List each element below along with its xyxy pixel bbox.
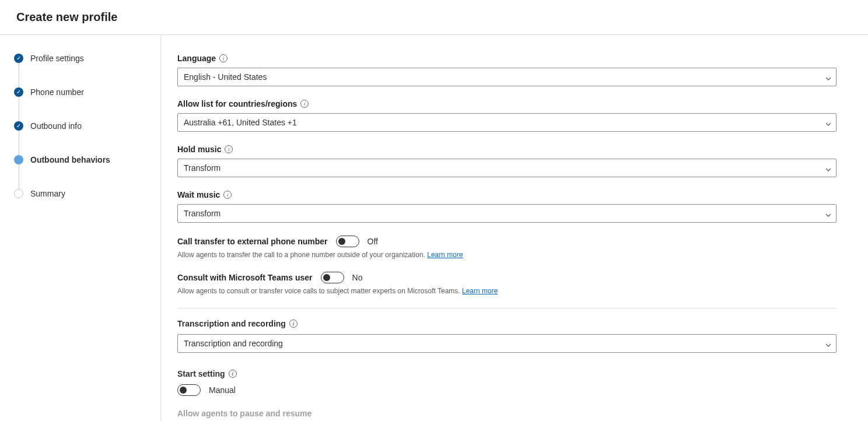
field-label: Language (177, 54, 216, 63)
field-label-row: Language i (177, 54, 836, 63)
field-label: Allow list for countries/regions (177, 99, 297, 108)
field-hold-music: Hold music i Transform (177, 145, 836, 177)
step-label: Profile settings (30, 54, 84, 63)
form-main: Language i English - United States Allow… (161, 35, 868, 421)
field-transcription: Transcription and recording i Transcript… (177, 319, 836, 353)
step-summary[interactable]: Summary (14, 189, 160, 223)
step-connector (19, 164, 19, 189)
hold-music-select[interactable]: Transform (177, 159, 836, 177)
wait-music-select[interactable]: Transform (177, 204, 836, 223)
info-icon[interactable]: i (225, 145, 233, 153)
field-label: Consult with Microsoft Teams user (177, 273, 313, 282)
content-layout: ✓ Profile settings ✓ Phone number ✓ Outb… (0, 35, 868, 421)
toggle-state: No (352, 273, 363, 282)
section-title: Start setting i (177, 369, 836, 378)
step-label: Outbound info (30, 121, 82, 131)
help-text: Allow agents to transfer the call to a p… (177, 251, 836, 259)
field-label: Start setting (177, 369, 225, 378)
step-status-icon: ✓ (14, 121, 23, 131)
transcription-select[interactable]: Transcription and recording (177, 334, 836, 353)
call-transfer-toggle[interactable] (336, 236, 359, 247)
allowlist-select[interactable]: Australia +61, United States +1 (177, 113, 836, 132)
step-phone-number[interactable]: ✓ Phone number (14, 87, 160, 121)
page-header: Create new profile (0, 0, 868, 35)
help-description: Allow agents to consult or transfer voic… (177, 287, 460, 295)
step-profile-settings[interactable]: ✓ Profile settings (14, 54, 160, 87)
select-value: Transform (184, 209, 220, 218)
step-outbound-info[interactable]: ✓ Outbound info (14, 121, 160, 155)
step-outbound-behaviors[interactable]: Outbound behaviors (14, 155, 160, 189)
field-label-row: Hold music i (177, 145, 836, 154)
field-call-transfer: Call transfer to external phone number O… (177, 236, 836, 259)
select-value: Transcription and recording (184, 339, 283, 348)
field-label-row: Allow list for countries/regions i (177, 99, 836, 108)
info-icon[interactable]: i (229, 370, 237, 378)
field-wait-music: Wait music i Transform (177, 190, 836, 223)
wizard-sidebar: ✓ Profile settings ✓ Phone number ✓ Outb… (0, 35, 161, 421)
step-connector (19, 131, 19, 155)
step-label: Summary (30, 189, 65, 198)
section-title: Transcription and recording i (177, 319, 836, 328)
language-select[interactable]: English - United States (177, 68, 836, 86)
field-label-disabled: Allow agents to pause and resume (177, 409, 836, 418)
start-setting-toggle[interactable] (177, 384, 201, 396)
step-status-icon (14, 189, 23, 198)
chevron-down-icon (825, 120, 831, 125)
field-language: Language i English - United States (177, 54, 836, 86)
step-status-icon: ✓ (14, 87, 23, 97)
page-title: Create new profile (16, 10, 852, 24)
info-icon[interactable]: i (300, 100, 309, 108)
chevron-down-icon (825, 165, 831, 171)
toggle-state: Off (368, 237, 378, 246)
chevron-down-icon (825, 74, 831, 80)
toggle-row: Consult with Microsoft Teams user No (177, 272, 836, 283)
step-label: Outbound behaviors (30, 155, 110, 164)
field-allowlist: Allow list for countries/regions i Austr… (177, 99, 836, 132)
learn-more-link[interactable]: Learn more (427, 251, 463, 259)
field-start-setting: Start setting i Manual (177, 369, 836, 396)
select-value: Transform (184, 163, 220, 173)
field-label: Call transfer to external phone number (177, 237, 328, 246)
info-icon[interactable]: i (219, 54, 228, 62)
step-status-icon (14, 155, 23, 164)
toggle-state: Manual (209, 385, 236, 395)
help-description: Allow agents to transfer the call to a p… (177, 251, 425, 259)
select-value: English - United States (184, 72, 267, 82)
step-connector (19, 63, 19, 87)
toggle-row: Call transfer to external phone number O… (177, 236, 836, 247)
consult-teams-toggle[interactable] (321, 272, 344, 283)
toggle-row: Manual (177, 384, 836, 396)
field-label: Wait music (177, 190, 220, 199)
field-consult-teams: Consult with Microsoft Teams user No All… (177, 272, 836, 295)
learn-more-link[interactable]: Learn more (462, 287, 498, 295)
select-value: Australia +61, United States +1 (184, 118, 297, 127)
field-label: Hold music (177, 145, 221, 154)
field-label: Transcription and recording (177, 319, 286, 328)
info-icon[interactable]: i (289, 320, 298, 328)
wizard-steps: ✓ Profile settings ✓ Phone number ✓ Outb… (14, 54, 160, 223)
section-divider (177, 308, 836, 308)
step-label: Phone number (30, 87, 84, 97)
help-text: Allow agents to consult or transfer voic… (177, 287, 836, 295)
field-label-row: Wait music i (177, 190, 836, 199)
chevron-down-icon (825, 341, 831, 346)
chevron-down-icon (825, 210, 831, 216)
step-status-icon: ✓ (14, 54, 23, 63)
step-connector (19, 97, 19, 121)
info-icon[interactable]: i (223, 191, 232, 199)
field-pause-resume: Allow agents to pause and resume Yes (177, 409, 836, 421)
